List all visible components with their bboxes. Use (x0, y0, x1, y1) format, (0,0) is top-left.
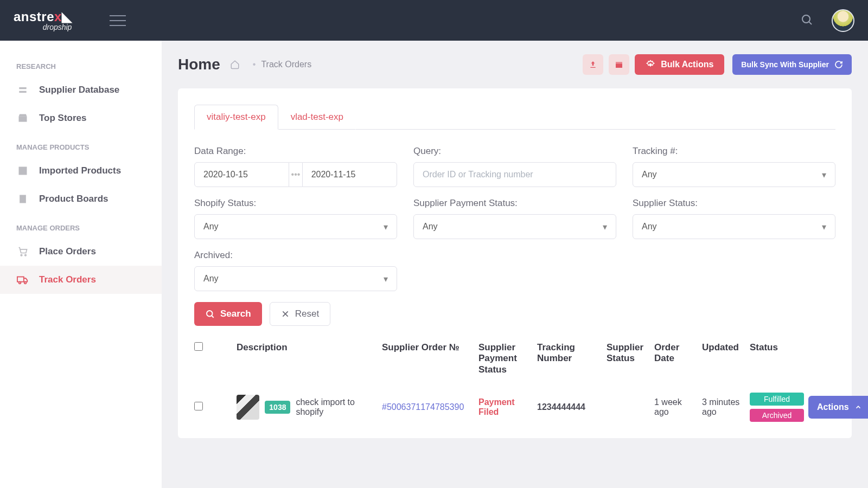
calendar-button[interactable] (609, 54, 629, 75)
sidebar-item-label: Top Stores (39, 113, 87, 124)
chevron-down-icon: ▾ (822, 222, 826, 232)
breadcrumb-separator: • (253, 60, 256, 69)
sidebar-item-product-boards[interactable]: Product Boards (0, 185, 162, 213)
shopify-status-value: Any (203, 222, 219, 232)
sidebar-section-research: RESEARCH (0, 52, 162, 76)
date-to-input[interactable]: 2020-11-15 (302, 162, 397, 187)
sidebar-item-label: Product Boards (39, 194, 108, 204)
import-icon (16, 164, 29, 177)
svg-rect-4 (20, 195, 26, 203)
archived-select[interactable]: Any ▾ (194, 266, 397, 291)
supplier-status-select[interactable]: Any ▾ (633, 214, 835, 239)
search-icon (205, 309, 215, 319)
sync-icon (834, 60, 843, 69)
tracking-select[interactable]: Any ▾ (633, 162, 835, 187)
date-separator: ••• (289, 162, 302, 187)
col-updated: Updated (702, 342, 745, 353)
col-order-date: Order Date (654, 342, 698, 364)
reset-button[interactable]: Reset (270, 302, 330, 326)
select-all-checkbox[interactable] (194, 342, 203, 351)
search-button[interactable]: Search (194, 302, 262, 326)
sidebar-item-label: Imported Products (39, 165, 121, 176)
page-title: Home (178, 56, 220, 73)
filters-card: vitaliy-test-exp vlad-test-exp Data Rang… (178, 88, 852, 438)
tracking-value: Any (642, 170, 657, 179)
row-actions-button[interactable]: Actions (808, 396, 868, 419)
logo-text: anstrex◣ (14, 10, 72, 23)
svg-point-0 (802, 15, 810, 23)
tab-vlad[interactable]: vlad-test-exp (278, 105, 356, 130)
store-tabs: vitaliy-test-exp vlad-test-exp (194, 105, 835, 130)
sidebar-item-label: Place Orders (39, 246, 96, 257)
order-description: check import to shopify (296, 397, 378, 417)
sidebar-section-products: MANAGE PRODUCTS (0, 132, 162, 157)
svg-rect-7 (17, 277, 24, 282)
date-from-input[interactable]: 2020-10-15 (194, 162, 289, 187)
bulk-actions-label: Bulk Actions (661, 60, 713, 69)
field-supplier-payment: Supplier Payment Status: Any ▾ (413, 198, 616, 239)
archived-value: Any (203, 274, 219, 284)
tracking-number[interactable]: 1234444444 (537, 402, 602, 412)
col-status: Status (750, 342, 804, 353)
user-avatar[interactable] (832, 9, 854, 32)
menu-toggle-button[interactable] (110, 15, 126, 26)
search-label: Search (220, 309, 251, 319)
sidebar-item-track-orders[interactable]: Track Orders (0, 266, 162, 294)
status-archived-badge: Archived (750, 409, 804, 422)
query-label: Query: (413, 146, 616, 157)
sidebar-item-place-orders[interactable]: Place Orders (0, 237, 162, 266)
supplier-status-label: Supplier Status: (633, 198, 835, 209)
chevron-down-icon: ▾ (603, 222, 607, 232)
page-header: Home • Track Orders Bulk Actions Bulk Sy… (178, 54, 852, 75)
orders-table: Description Supplier Order № Supplier Pa… (194, 342, 835, 422)
sidebar-item-imported-products[interactable]: Imported Products (0, 157, 162, 185)
upload-button[interactable] (583, 54, 603, 75)
status-fulfilled-badge: Fulfilled (750, 393, 804, 406)
query-input[interactable] (413, 162, 616, 187)
bulk-sync-button[interactable]: Bulk Sync With Supplier (732, 54, 852, 75)
tracking-label: Tracking #: (633, 146, 835, 157)
chevron-down-icon: ▾ (384, 274, 388, 284)
supplier-payment-value: Any (423, 222, 438, 232)
col-supplier-status: Supplier Status (607, 342, 650, 364)
chevron-down-icon: ▾ (822, 170, 826, 180)
reset-label: Reset (295, 309, 319, 319)
shopify-status-select[interactable]: Any ▾ (194, 214, 397, 239)
row-checkbox[interactable] (194, 402, 203, 410)
field-date-range: Data Range: 2020-10-15 ••• 2020-11-15 (194, 146, 397, 187)
svg-line-1 (809, 22, 812, 24)
svg-point-13 (207, 311, 213, 317)
svg-rect-2 (19, 117, 27, 122)
date-range-label: Data Range: (194, 146, 397, 157)
home-icon[interactable] (230, 60, 240, 69)
svg-point-5 (21, 254, 22, 256)
supplier-order-link[interactable]: #5006371174785390 (382, 402, 474, 412)
col-tracking-number: Tracking Number (537, 342, 602, 364)
sidebar-item-supplier-database[interactable]: Supplier Database (0, 76, 162, 104)
payment-status: Payment Filed (478, 397, 533, 417)
order-date-cell: 1 week ago (654, 397, 698, 417)
svg-rect-3 (19, 167, 27, 175)
sidebar-item-top-stores[interactable]: Top Stores (0, 104, 162, 132)
tab-vitaliy[interactable]: vitaliy-test-exp (194, 105, 278, 130)
breadcrumb: • Track Orders (230, 60, 311, 69)
svg-point-6 (25, 254, 27, 256)
product-thumbnail (237, 395, 259, 420)
chevron-down-icon: ▾ (384, 222, 388, 232)
database-icon (16, 84, 29, 97)
svg-point-9 (24, 282, 27, 284)
bulk-sync-label: Bulk Sync With Supplier (741, 60, 829, 69)
breadcrumb-current: Track Orders (261, 60, 311, 69)
chevron-up-icon (854, 403, 862, 411)
shopify-status-label: Shopify Status: (194, 198, 397, 209)
field-tracking: Tracking #: Any ▾ (633, 146, 835, 187)
supplier-payment-select[interactable]: Any ▾ (413, 214, 616, 239)
bulk-actions-button[interactable]: Bulk Actions (635, 54, 724, 75)
row-actions-label: Actions (817, 402, 849, 412)
col-description: Description (237, 342, 378, 353)
supplier-status-value: Any (642, 222, 657, 232)
svg-rect-11 (616, 62, 622, 63)
store-icon (16, 112, 29, 125)
field-shopify-status: Shopify Status: Any ▾ (194, 198, 397, 239)
search-icon[interactable] (800, 13, 815, 28)
